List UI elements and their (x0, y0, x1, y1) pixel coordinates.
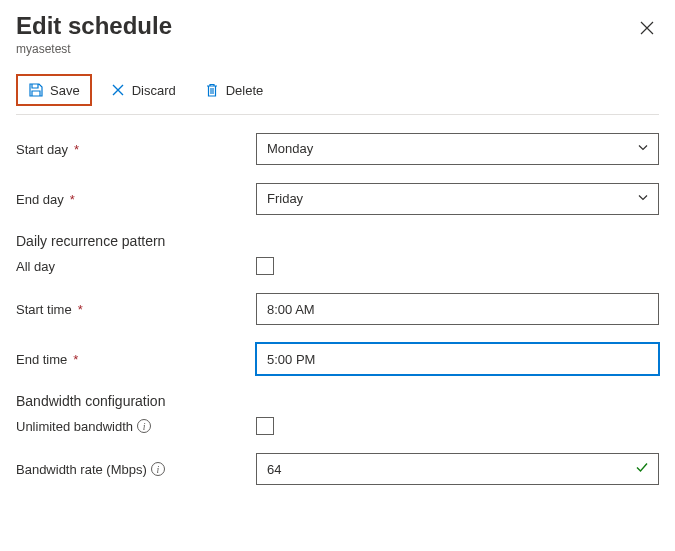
save-label: Save (50, 83, 80, 98)
all-day-label: All day (16, 259, 256, 274)
required-indicator: * (73, 352, 78, 367)
end-day-value: Friday (256, 183, 659, 215)
toolbar: Save Discard Delete (16, 74, 659, 115)
info-icon[interactable]: i (137, 419, 151, 433)
start-time-input[interactable] (256, 293, 659, 325)
recurrence-heading: Daily recurrence pattern (16, 233, 659, 249)
unlimited-bandwidth-label: Unlimited bandwidth i (16, 419, 256, 434)
end-time-input[interactable] (256, 343, 659, 375)
close-button[interactable] (635, 16, 659, 45)
bandwidth-rate-input[interactable] (256, 453, 659, 485)
delete-label: Delete (226, 83, 264, 98)
close-icon (639, 20, 655, 36)
start-day-select[interactable]: Monday (256, 133, 659, 165)
discard-label: Discard (132, 83, 176, 98)
start-time-label: Start time * (16, 302, 256, 317)
required-indicator: * (74, 142, 79, 157)
delete-button[interactable]: Delete (194, 76, 274, 104)
end-day-select[interactable]: Friday (256, 183, 659, 215)
info-icon[interactable]: i (151, 462, 165, 476)
delete-icon (204, 82, 220, 98)
save-icon (28, 82, 44, 98)
save-button[interactable]: Save (16, 74, 92, 106)
required-indicator: * (78, 302, 83, 317)
required-indicator: * (70, 192, 75, 207)
all-day-checkbox[interactable] (256, 257, 274, 275)
unlimited-bandwidth-checkbox[interactable] (256, 417, 274, 435)
form: Start day * Monday End day * Friday (16, 133, 659, 485)
bandwidth-heading: Bandwidth configuration (16, 393, 659, 409)
discard-button[interactable]: Discard (100, 76, 186, 104)
end-day-label: End day * (16, 192, 256, 207)
start-day-value: Monday (256, 133, 659, 165)
panel-title: Edit schedule (16, 12, 172, 40)
panel-subtitle: myasetest (16, 42, 172, 56)
discard-icon (110, 82, 126, 98)
bandwidth-rate-label: Bandwidth rate (Mbps) i (16, 462, 256, 477)
start-day-label: Start day * (16, 142, 256, 157)
end-time-label: End time * (16, 352, 256, 367)
